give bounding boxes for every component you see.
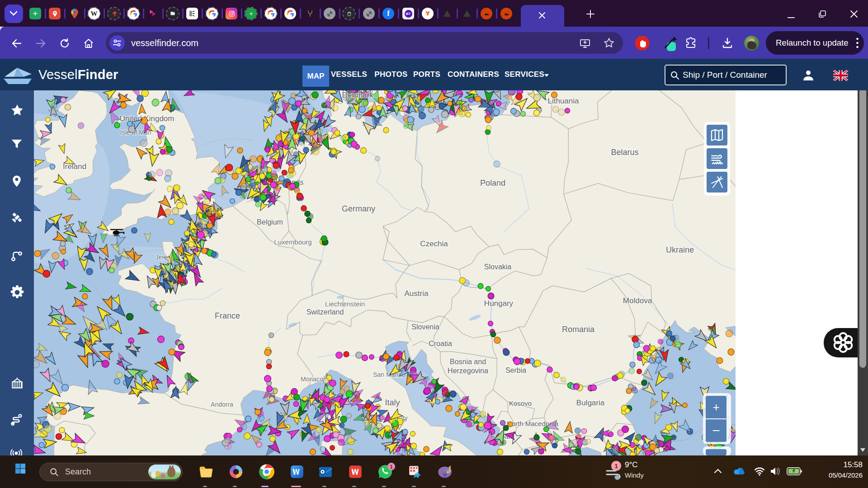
svg-text:Bosnia and: Bosnia and — [450, 358, 486, 366]
svg-text:France: France — [215, 311, 240, 320]
svg-text:Slovakia: Slovakia — [484, 263, 512, 271]
svg-text:Serbia: Serbia — [505, 366, 526, 374]
svg-text:Monaco: Monaco — [301, 375, 323, 383]
svg-text:Italy: Italy — [385, 398, 400, 407]
svg-text:Hungary: Hungary — [484, 299, 514, 308]
svg-text:Ukraine: Ukraine — [666, 245, 694, 254]
svg-text:Belgium: Belgium — [257, 218, 283, 226]
svg-text:Denmark: Denmark — [342, 91, 373, 99]
svg-text:Moldova: Moldova — [623, 296, 652, 305]
svg-text:Kosovo: Kosovo — [509, 399, 532, 407]
svg-text:Bulgaria: Bulgaria — [576, 399, 605, 407]
svg-text:Slovenia: Slovenia — [411, 323, 439, 331]
svg-text:Switzerland: Switzerland — [307, 308, 344, 316]
svg-text:Andorra: Andorra — [211, 401, 233, 408]
svg-text:Lithuania: Lithuania — [547, 97, 579, 105]
svg-text:Luxembourg: Luxembourg — [274, 238, 311, 246]
svg-text:Germany: Germany — [342, 204, 375, 213]
svg-text:Poland: Poland — [480, 178, 505, 188]
svg-text:Romania: Romania — [562, 325, 595, 334]
svg-text:Austria: Austria — [405, 289, 429, 298]
svg-text:Belarus: Belarus — [611, 148, 638, 157]
svg-text:Herzegovina: Herzegovina — [448, 367, 488, 375]
svg-text:Czechia: Czechia — [420, 239, 448, 248]
svg-text:Croatia: Croatia — [429, 340, 452, 347]
svg-text:Liechtenstein: Liechtenstein — [325, 300, 365, 308]
